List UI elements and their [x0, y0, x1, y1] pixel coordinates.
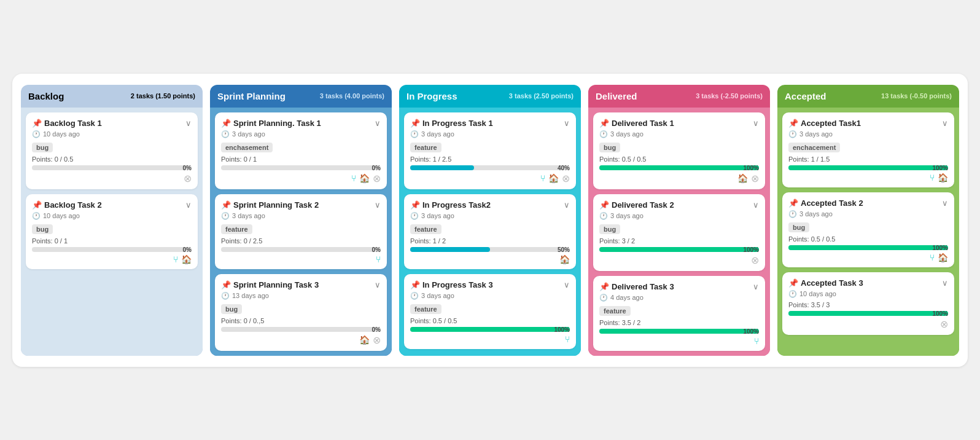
fork-icon[interactable]: ⑂ [351, 173, 356, 183]
pin-icon: 📌 [32, 119, 42, 128]
cross-icon[interactable]: ⊗ [373, 173, 381, 184]
pin-icon: 📌 [221, 200, 231, 210]
card-meta: 🕐 4 days ago [599, 294, 759, 302]
fork-icon[interactable]: ⑂ [930, 253, 935, 262]
column-meta-delivered: 3 tasks (-2.50 points) [696, 92, 763, 100]
branch-icon[interactable]: 🏠 [559, 254, 570, 264]
card-title: 📌 Accepted Task 3 [788, 278, 863, 288]
progress-bar: 50% [410, 247, 570, 252]
column-sprint-planning: Sprint Planning 3 tasks (4.00 points) 📌 … [210, 85, 392, 356]
card-meta: 🕐 3 days ago [410, 212, 570, 220]
cross-icon[interactable]: ⊗ [940, 318, 948, 330]
branch-icon[interactable]: 🏠 [181, 254, 192, 264]
card-time: 3 days ago [610, 212, 644, 219]
pin-icon: 📌 [599, 282, 609, 291]
card-title-text: Delivered Task 2 [612, 200, 674, 210]
cross-icon[interactable]: ⊗ [184, 173, 192, 184]
cross-icon[interactable]: ⊗ [751, 254, 759, 266]
progress-bar: 0% [32, 165, 192, 170]
branch-icon[interactable]: 🏠 [938, 173, 948, 183]
card-inprogress-3: 📌 In Progress Task 3 ∨ 🕐 3 days ago feat… [404, 274, 576, 349]
column-title-backlog: Backlog [28, 91, 64, 101]
card-tag: bug [32, 143, 53, 152]
card-points: Points: 3.5 / 3 [788, 301, 948, 308]
card-header: 📌 In Progress Task 3 ∨ [410, 280, 570, 289]
chevron-down-icon[interactable]: ∨ [564, 280, 570, 289]
card-meta: 🕐 3 days ago [599, 212, 759, 220]
card-footer: ⊗ [32, 173, 192, 184]
chevron-down-icon[interactable]: ∨ [375, 200, 381, 210]
branch-icon[interactable]: 🏠 [359, 335, 370, 345]
card-title: 📌 Sprint Planning Task 2 [221, 200, 319, 210]
clock-icon: 🕐 [32, 130, 41, 138]
chevron-down-icon[interactable]: ∨ [185, 119, 192, 128]
column-title-in-progress: In Progress [406, 91, 457, 101]
card-meta: 🕐 3 days ago [410, 292, 570, 300]
card-tag: enchasement [221, 143, 273, 152]
progress-bar: 0% [32, 247, 192, 252]
progress-fill [788, 245, 948, 250]
progress-fill [410, 247, 490, 252]
branch-icon[interactable]: 🏠 [737, 173, 748, 183]
fork-icon[interactable]: ⑂ [565, 334, 570, 344]
branch-icon[interactable]: 🏠 [548, 173, 559, 183]
card-footer: ⊗ [788, 318, 948, 330]
fork-icon[interactable]: ⑂ [173, 254, 178, 264]
card-sprint-3: 📌 Sprint Planning Task 3 ∨ 🕐 13 days ago… [215, 274, 387, 351]
card-time: 3 days ago [421, 292, 454, 299]
card-points: Points: 0 / 0.5 [32, 155, 192, 163]
card-title: 📌 Accepted Task1 [788, 119, 861, 128]
card-tag: feature [221, 224, 252, 234]
clock-icon: 🕐 [599, 130, 608, 138]
progress-bar: 100% [788, 311, 948, 316]
card-footer: ⑂ [599, 336, 759, 346]
card-title-text: Accepted Task 3 [801, 278, 863, 288]
card-points: Points: 0.5 / 0.5 [788, 235, 948, 243]
card-meta: 🕐 3 days ago [221, 130, 381, 138]
card-points: Points: 3 / 2 [599, 237, 759, 245]
chevron-down-icon[interactable]: ∨ [375, 119, 381, 128]
cross-icon[interactable]: ⊗ [373, 334, 381, 346]
chevron-down-icon[interactable]: ∨ [564, 119, 570, 128]
chevron-down-icon[interactable]: ∨ [753, 282, 759, 291]
chevron-down-icon[interactable]: ∨ [564, 200, 570, 210]
chevron-down-icon[interactable]: ∨ [185, 200, 192, 210]
progress-fill [599, 329, 759, 334]
card-title: 📌 Accepted Task 2 [788, 198, 863, 208]
branch-icon[interactable]: 🏠 [938, 253, 948, 262]
fork-icon[interactable]: ⑂ [930, 173, 935, 183]
chevron-down-icon[interactable]: ∨ [942, 278, 948, 288]
progress-label: 100% [743, 328, 759, 335]
card-footer: ⑂🏠⊗ [221, 173, 381, 184]
chevron-down-icon[interactable]: ∨ [942, 198, 948, 208]
card-title: 📌 Sprint Planning Task 3 [221, 280, 319, 289]
column-body-sprint-planning: 📌 Sprint Planning. Task 1 ∨ 🕐 3 days ago… [210, 108, 392, 356]
card-title-text: In Progress Task 1 [422, 119, 493, 128]
chevron-down-icon[interactable]: ∨ [753, 119, 759, 128]
cross-icon[interactable]: ⊗ [562, 173, 570, 184]
progress-fill [788, 311, 948, 316]
column-title-accepted: Accepted [785, 91, 826, 101]
card-accepted-2: 📌 Accepted Task 2 ∨ 🕐 3 days ago bug Poi… [782, 192, 954, 267]
fork-icon[interactable]: ⑂ [754, 336, 759, 346]
branch-icon[interactable]: 🏠 [359, 173, 370, 183]
chevron-down-icon[interactable]: ∨ [375, 280, 381, 289]
pin-icon: 📌 [410, 119, 420, 128]
fork-icon[interactable]: ⑂ [376, 254, 381, 264]
pin-icon: 📌 [788, 278, 798, 288]
card-time: 3 days ago [232, 212, 265, 219]
chevron-down-icon[interactable]: ∨ [753, 200, 759, 210]
progress-label: 40% [558, 165, 570, 171]
card-title-text: Sprint Planning. Task 1 [233, 119, 321, 128]
card-points: Points: 0.5 / 0.5 [599, 155, 759, 163]
card-footer: ⊗ [599, 254, 759, 266]
card-meta: 🕐 10 days ago [32, 212, 192, 220]
card-title: 📌 Backlog Task 1 [32, 119, 102, 128]
clock-icon: 🕐 [410, 292, 419, 300]
chevron-down-icon[interactable]: ∨ [942, 119, 948, 128]
cross-icon[interactable]: ⊗ [751, 173, 759, 184]
card-title-text: Sprint Planning Task 2 [233, 200, 319, 210]
fork-icon[interactable]: ⑂ [540, 173, 545, 183]
card-meta: 🕐 3 days ago [410, 130, 570, 138]
progress-bar: 0% [221, 165, 381, 170]
